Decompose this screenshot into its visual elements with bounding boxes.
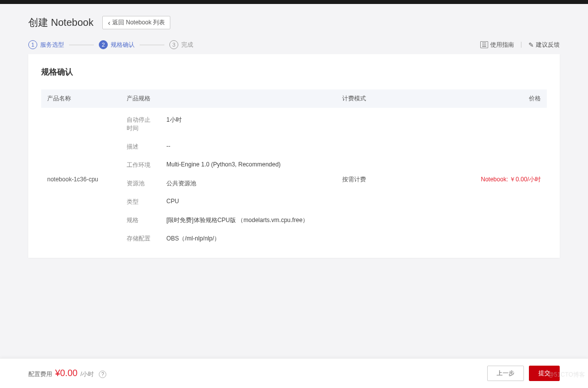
- spec-flavor: 规格 [限时免费]体验规格CPU版 （modelarts.vm.cpu.free…: [127, 216, 342, 225]
- back-button-label: 返回 Notebook 列表: [112, 18, 165, 27]
- spec-storage: 存储配置 OBS（/ml-nlp/nlp/）: [127, 234, 342, 243]
- steps-row: 1 服务选型 2 规格确认 3 完成 使用指南: [28, 40, 560, 49]
- feedback-label: 建议反馈: [536, 41, 560, 49]
- step-num-2: 2: [99, 40, 108, 49]
- spec-table: 产品名称 产品规格 计费模式 价格 notebook-1c36-cpu 自动停止…: [41, 89, 547, 243]
- footer-bar: 配置费用 ¥0.00 /小时 ? 上一步 提交: [0, 358, 588, 362]
- page-header: 创建 Notebook 返回 Notebook 列表: [28, 16, 560, 29]
- th-spec: 产品规格: [127, 94, 342, 103]
- table-header: 产品名称 产品规格 计费模式 价格: [41, 89, 547, 108]
- top-bar: [0, 0, 588, 4]
- spec-type: 类型 CPU: [127, 198, 342, 206]
- divider: [521, 42, 521, 48]
- step-label-3: 完成: [181, 41, 193, 49]
- doc-icon: [480, 41, 488, 48]
- page: 创建 Notebook 返回 Notebook 列表 1 服务选型 2 规格确认: [0, 4, 588, 362]
- section-title: 规格确认: [41, 67, 547, 78]
- step-num-1: 1: [28, 40, 37, 49]
- step-num-3: 3: [169, 40, 178, 49]
- page-title: 创建 Notebook: [28, 16, 93, 29]
- step-spec-confirm[interactable]: 2 规格确认: [99, 40, 135, 49]
- billing-mode: 按需计费: [342, 175, 466, 184]
- header-links: 使用指南 建议反馈: [480, 41, 560, 49]
- guide-label: 使用指南: [490, 41, 514, 49]
- spec-block: 自动停止时间 1小时 描述 -- 工作环境 Multi-Engine 1.0 (…: [127, 116, 342, 243]
- back-button[interactable]: 返回 Notebook 列表: [102, 16, 170, 29]
- price: Notebook: ￥0.00/小时: [466, 175, 541, 184]
- progress-steps: 1 服务选型 2 规格确认 3 完成: [28, 40, 193, 49]
- spec-desc: 描述 --: [127, 143, 342, 151]
- step-finish[interactable]: 3 完成: [169, 40, 193, 49]
- table-row: notebook-1c36-cpu 自动停止时间 1小时 描述 --: [41, 108, 547, 243]
- step-label-2: 规格确认: [111, 41, 135, 49]
- guide-link[interactable]: 使用指南: [480, 41, 514, 49]
- edit-icon: [528, 41, 534, 49]
- product-name: notebook-1c36-cpu: [47, 176, 127, 183]
- th-billing: 计费模式: [342, 94, 466, 103]
- feedback-link[interactable]: 建议反馈: [528, 41, 560, 49]
- step-line: [140, 45, 164, 45]
- step-label-1: 服务选型: [40, 41, 64, 49]
- spec-auto-stop: 自动停止时间 1小时: [127, 116, 342, 133]
- th-price: 价格: [466, 94, 541, 103]
- step-service-select[interactable]: 1 服务选型: [28, 40, 64, 49]
- spec-pool: 资源池 公共资源池: [127, 179, 342, 188]
- spec-env: 工作环境 Multi-Engine 1.0 (Python3, Recommen…: [127, 161, 342, 169]
- spec-card: 规格确认 产品名称 产品规格 计费模式 价格 notebook-1c36-cpu…: [28, 54, 560, 258]
- step-line: [69, 45, 94, 45]
- chevron-left-icon: [108, 19, 110, 27]
- th-name: 产品名称: [47, 94, 127, 103]
